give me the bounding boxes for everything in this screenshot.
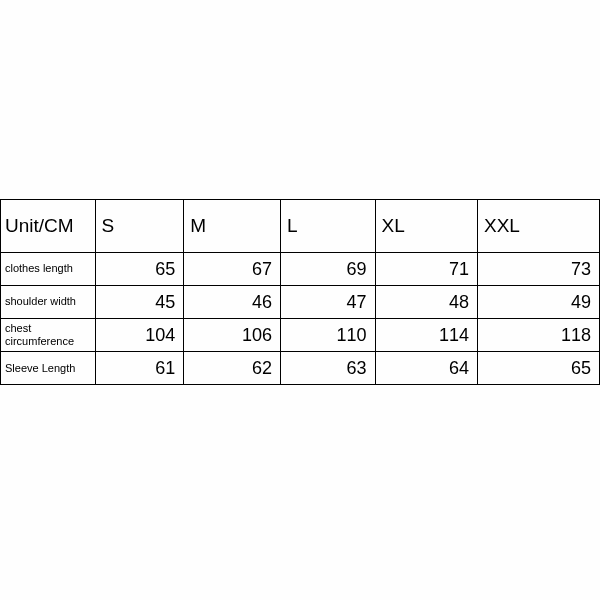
cell-value: 45 <box>95 286 184 319</box>
header-size-xl: XL <box>375 200 477 253</box>
header-unit: Unit/CM <box>1 200 96 253</box>
table-row: clothes length 65 67 69 71 73 <box>1 253 600 286</box>
cell-value: 48 <box>375 286 477 319</box>
cell-value: 65 <box>477 352 599 385</box>
size-chart-table: Unit/CM S M L XL XXL clothes length 65 6… <box>0 199 600 385</box>
cell-value: 110 <box>280 319 375 352</box>
cell-value: 71 <box>375 253 477 286</box>
table-row: Sleeve Length 61 62 63 64 65 <box>1 352 600 385</box>
cell-value: 64 <box>375 352 477 385</box>
cell-value: 67 <box>184 253 281 286</box>
cell-value: 46 <box>184 286 281 319</box>
cell-value: 106 <box>184 319 281 352</box>
cell-value: 65 <box>95 253 184 286</box>
row-label: shoulder width <box>1 286 96 319</box>
cell-value: 63 <box>280 352 375 385</box>
row-label: chest circumference <box>1 319 96 352</box>
cell-value: 62 <box>184 352 281 385</box>
cell-value: 114 <box>375 319 477 352</box>
row-label: Sleeve Length <box>1 352 96 385</box>
cell-value: 118 <box>477 319 599 352</box>
header-size-s: S <box>95 200 184 253</box>
header-size-m: M <box>184 200 281 253</box>
cell-value: 73 <box>477 253 599 286</box>
table-row: shoulder width 45 46 47 48 49 <box>1 286 600 319</box>
cell-value: 49 <box>477 286 599 319</box>
cell-value: 69 <box>280 253 375 286</box>
header-size-xxl: XXL <box>477 200 599 253</box>
table-row: chest circumference 104 106 110 114 118 <box>1 319 600 352</box>
header-row: Unit/CM S M L XL XXL <box>1 200 600 253</box>
cell-value: 47 <box>280 286 375 319</box>
cell-value: 61 <box>95 352 184 385</box>
row-label: clothes length <box>1 253 96 286</box>
cell-value: 104 <box>95 319 184 352</box>
header-size-l: L <box>280 200 375 253</box>
